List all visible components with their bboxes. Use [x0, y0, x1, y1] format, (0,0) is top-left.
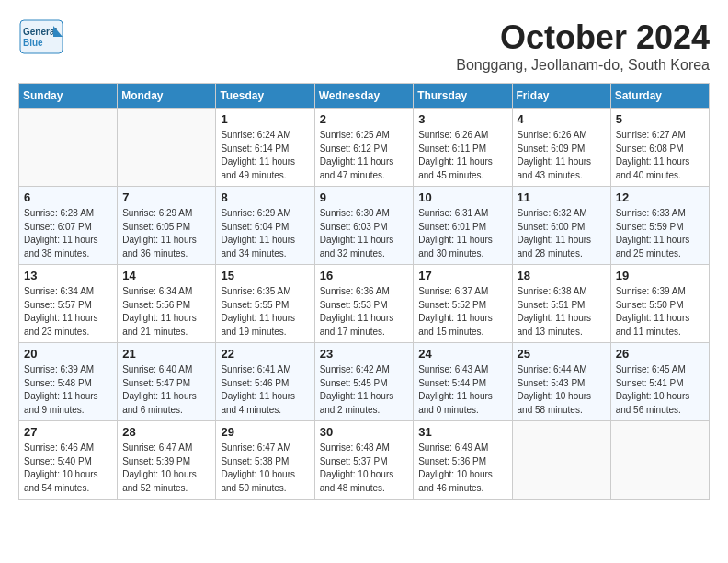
- day-info: Sunrise: 6:39 AM Sunset: 5:48 PM Dayligh…: [24, 363, 112, 417]
- day-info: Sunrise: 6:29 AM Sunset: 6:04 PM Dayligh…: [221, 207, 309, 260]
- calendar-day-31: 31Sunrise: 6:49 AM Sunset: 5:36 PM Dayli…: [414, 421, 512, 500]
- day-info: Sunrise: 6:24 AM Sunset: 6:14 PM Dayligh…: [221, 129, 309, 182]
- day-number: 3: [418, 112, 506, 126]
- day-info: Sunrise: 6:34 AM Sunset: 5:56 PM Dayligh…: [122, 285, 210, 339]
- day-number: 11: [518, 190, 606, 204]
- calendar-day-27: 27Sunrise: 6:46 AM Sunset: 5:40 PM Dayli…: [19, 421, 118, 500]
- weekday-header-thursday: Thursday: [414, 84, 512, 109]
- calendar-day-13: 13Sunrise: 6:34 AM Sunset: 5:57 PM Dayli…: [19, 265, 118, 343]
- calendar-day-25: 25Sunrise: 6:44 AM Sunset: 5:43 PM Dayli…: [512, 343, 610, 421]
- day-number: 21: [122, 347, 210, 361]
- day-info: Sunrise: 6:49 AM Sunset: 5:36 PM Dayligh…: [418, 442, 506, 495]
- calendar-day-17: 17Sunrise: 6:37 AM Sunset: 5:52 PM Dayli…: [414, 265, 512, 343]
- day-number: 6: [24, 190, 112, 204]
- day-number: 12: [616, 190, 704, 204]
- weekday-header-sunday: Sunday: [19, 84, 118, 109]
- day-number: 29: [221, 425, 309, 439]
- day-info: Sunrise: 6:25 AM Sunset: 6:12 PM Dayligh…: [320, 129, 409, 182]
- logo: General Blue: [18, 18, 68, 55]
- day-number: 26: [616, 347, 704, 361]
- day-info: Sunrise: 6:38 AM Sunset: 5:51 PM Dayligh…: [518, 285, 606, 339]
- calendar-day-3: 3Sunrise: 6:26 AM Sunset: 6:11 PM Daylig…: [414, 109, 512, 187]
- day-info: Sunrise: 6:31 AM Sunset: 6:01 PM Dayligh…: [418, 207, 506, 260]
- weekday-header-saturday: Saturday: [610, 84, 709, 109]
- day-number: 16: [320, 269, 409, 282]
- day-number: 9: [320, 190, 409, 204]
- calendar-day-21: 21Sunrise: 6:40 AM Sunset: 5:47 PM Dayli…: [118, 343, 216, 421]
- weekday-header-tuesday: Tuesday: [216, 84, 314, 109]
- calendar-day-8: 8Sunrise: 6:29 AM Sunset: 6:04 PM Daylig…: [216, 187, 314, 265]
- day-number: 28: [122, 425, 210, 439]
- day-number: 18: [518, 269, 606, 282]
- calendar-day-28: 28Sunrise: 6:47 AM Sunset: 5:39 PM Dayli…: [118, 421, 216, 500]
- calendar-day-20: 20Sunrise: 6:39 AM Sunset: 5:48 PM Dayli…: [19, 343, 118, 421]
- day-number: 30: [320, 425, 409, 439]
- location: Bonggang, Jeollanam-do, South Korea: [456, 57, 710, 74]
- calendar-header-row: SundayMondayTuesdayWednesdayThursdayFrid…: [19, 84, 710, 109]
- day-number: 17: [418, 269, 506, 282]
- page-header: General Blue October 2024 Bonggang, Jeol…: [18, 18, 710, 74]
- day-number: 5: [616, 112, 704, 126]
- calendar-week-row: 13Sunrise: 6:34 AM Sunset: 5:57 PM Dayli…: [19, 265, 710, 343]
- calendar-week-row: 1Sunrise: 6:24 AM Sunset: 6:14 PM Daylig…: [19, 109, 710, 187]
- day-info: Sunrise: 6:43 AM Sunset: 5:44 PM Dayligh…: [418, 363, 506, 417]
- calendar-week-row: 6Sunrise: 6:28 AM Sunset: 6:07 PM Daylig…: [19, 187, 710, 265]
- calendar-day-4: 4Sunrise: 6:26 AM Sunset: 6:09 PM Daylig…: [512, 109, 610, 187]
- calendar-day-18: 18Sunrise: 6:38 AM Sunset: 5:51 PM Dayli…: [512, 265, 610, 343]
- calendar-day-24: 24Sunrise: 6:43 AM Sunset: 5:44 PM Dayli…: [414, 343, 512, 421]
- day-info: Sunrise: 6:44 AM Sunset: 5:43 PM Dayligh…: [518, 363, 606, 417]
- day-number: 23: [320, 347, 409, 361]
- day-number: 14: [122, 269, 210, 282]
- calendar-day-22: 22Sunrise: 6:41 AM Sunset: 5:46 PM Dayli…: [216, 343, 314, 421]
- day-info: Sunrise: 6:41 AM Sunset: 5:46 PM Dayligh…: [221, 363, 309, 417]
- calendar-day-7: 7Sunrise: 6:29 AM Sunset: 6:05 PM Daylig…: [118, 187, 216, 265]
- day-info: Sunrise: 6:26 AM Sunset: 6:09 PM Dayligh…: [518, 129, 606, 182]
- calendar-day-1: 1Sunrise: 6:24 AM Sunset: 6:14 PM Daylig…: [216, 109, 314, 187]
- calendar-empty-cell: [512, 421, 610, 500]
- day-number: 8: [221, 190, 309, 204]
- calendar-table: SundayMondayTuesdayWednesdayThursdayFrid…: [18, 83, 710, 500]
- day-number: 1: [221, 112, 309, 126]
- svg-text:Blue: Blue: [23, 38, 43, 48]
- month-title: October 2024: [456, 18, 710, 57]
- day-info: Sunrise: 6:48 AM Sunset: 5:37 PM Dayligh…: [320, 442, 409, 495]
- day-info: Sunrise: 6:33 AM Sunset: 5:59 PM Dayligh…: [616, 207, 704, 260]
- day-number: 20: [24, 347, 112, 361]
- day-info: Sunrise: 6:35 AM Sunset: 5:55 PM Dayligh…: [221, 285, 309, 339]
- day-info: Sunrise: 6:29 AM Sunset: 6:05 PM Dayligh…: [122, 207, 210, 260]
- day-number: 7: [122, 190, 210, 204]
- day-info: Sunrise: 6:45 AM Sunset: 5:41 PM Dayligh…: [616, 363, 704, 417]
- day-info: Sunrise: 6:36 AM Sunset: 5:53 PM Dayligh…: [320, 285, 409, 339]
- day-info: Sunrise: 6:46 AM Sunset: 5:40 PM Dayligh…: [24, 442, 112, 495]
- calendar-day-6: 6Sunrise: 6:28 AM Sunset: 6:07 PM Daylig…: [19, 187, 118, 265]
- calendar-day-23: 23Sunrise: 6:42 AM Sunset: 5:45 PM Dayli…: [314, 343, 414, 421]
- svg-text:General: General: [23, 27, 57, 37]
- day-info: Sunrise: 6:34 AM Sunset: 5:57 PM Dayligh…: [24, 285, 112, 339]
- calendar-day-12: 12Sunrise: 6:33 AM Sunset: 5:59 PM Dayli…: [610, 187, 709, 265]
- day-number: 31: [418, 425, 506, 439]
- calendar-day-11: 11Sunrise: 6:32 AM Sunset: 6:00 PM Dayli…: [512, 187, 610, 265]
- calendar-day-19: 19Sunrise: 6:39 AM Sunset: 5:50 PM Dayli…: [610, 265, 709, 343]
- day-info: Sunrise: 6:28 AM Sunset: 6:07 PM Dayligh…: [24, 207, 112, 260]
- day-info: Sunrise: 6:37 AM Sunset: 5:52 PM Dayligh…: [418, 285, 506, 339]
- day-number: 13: [24, 269, 112, 282]
- calendar-day-16: 16Sunrise: 6:36 AM Sunset: 5:53 PM Dayli…: [314, 265, 414, 343]
- calendar-empty-cell: [19, 109, 118, 187]
- day-info: Sunrise: 6:39 AM Sunset: 5:50 PM Dayligh…: [616, 285, 704, 339]
- logo-icon: General Blue: [18, 18, 64, 55]
- calendar-empty-cell: [610, 421, 709, 500]
- calendar-day-26: 26Sunrise: 6:45 AM Sunset: 5:41 PM Dayli…: [610, 343, 709, 421]
- weekday-header-wednesday: Wednesday: [314, 84, 414, 109]
- calendar-week-row: 20Sunrise: 6:39 AM Sunset: 5:48 PM Dayli…: [19, 343, 710, 421]
- day-info: Sunrise: 6:47 AM Sunset: 5:38 PM Dayligh…: [221, 442, 309, 495]
- calendar-day-29: 29Sunrise: 6:47 AM Sunset: 5:38 PM Dayli…: [216, 421, 314, 500]
- calendar-day-5: 5Sunrise: 6:27 AM Sunset: 6:08 PM Daylig…: [610, 109, 709, 187]
- day-number: 24: [418, 347, 506, 361]
- calendar-day-30: 30Sunrise: 6:48 AM Sunset: 5:37 PM Dayli…: [314, 421, 414, 500]
- day-number: 19: [616, 269, 704, 282]
- title-section: October 2024 Bonggang, Jeollanam-do, Sou…: [456, 18, 710, 74]
- calendar-day-15: 15Sunrise: 6:35 AM Sunset: 5:55 PM Dayli…: [216, 265, 314, 343]
- day-info: Sunrise: 6:47 AM Sunset: 5:39 PM Dayligh…: [122, 442, 210, 495]
- day-number: 27: [24, 425, 112, 439]
- day-number: 15: [221, 269, 309, 282]
